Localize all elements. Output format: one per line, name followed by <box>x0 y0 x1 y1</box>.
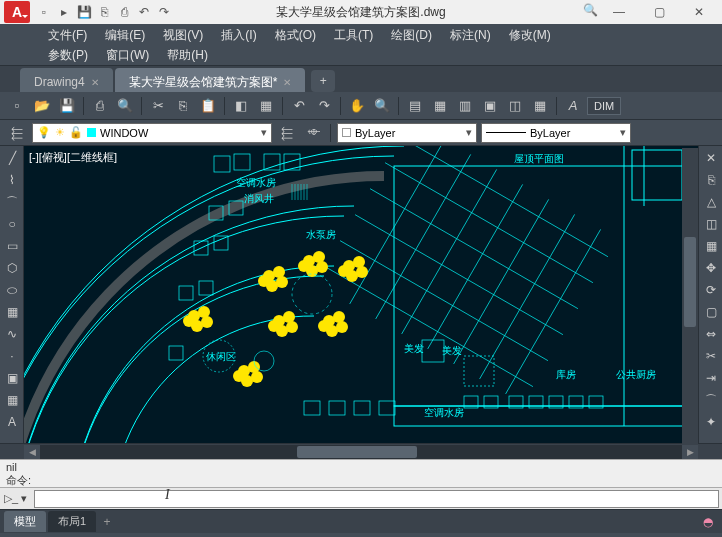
copy-obj-icon[interactable]: ⎘ <box>701 170 721 190</box>
copy-icon[interactable]: ⎘ <box>172 95 194 117</box>
array-icon[interactable]: ▦ <box>701 236 721 256</box>
designcenter-icon[interactable]: ▦ <box>429 95 451 117</box>
dim-style-box[interactable]: DIM <box>587 97 621 115</box>
horizontal-scrollbar[interactable] <box>40 445 682 459</box>
layer-props-icon[interactable]: ⬱ <box>6 122 28 144</box>
mirror-icon[interactable]: △ <box>701 192 721 212</box>
svg-point-51 <box>298 260 310 272</box>
menu-insert[interactable]: 插入(I) <box>213 25 264 46</box>
spline-icon[interactable]: ∿ <box>2 324 22 344</box>
line-icon[interactable]: ╱ <box>2 148 22 168</box>
tab-close-icon[interactable]: ✕ <box>283 77 291 88</box>
cut-icon[interactable]: ✂ <box>147 95 169 117</box>
point-icon[interactable]: · <box>2 346 22 366</box>
trim-icon[interactable]: ✂ <box>701 346 721 366</box>
ellipse-icon[interactable]: ⬭ <box>2 280 22 300</box>
scale-icon[interactable]: ▢ <box>701 302 721 322</box>
extend-icon[interactable]: ⇥ <box>701 368 721 388</box>
label-kitchen: 公共厨房 <box>616 369 656 380</box>
stretch-icon[interactable]: ⇔ <box>701 324 721 344</box>
arc-icon[interactable]: ⌒ <box>2 192 22 212</box>
drawing-canvas[interactable]: [-][俯视][二维线框] <box>24 146 698 443</box>
qat-new-icon[interactable]: ▫ <box>36 4 52 20</box>
zoom-icon[interactable]: 🔍 <box>371 95 393 117</box>
rect-icon[interactable]: ▭ <box>2 236 22 256</box>
layer-dropdown[interactable]: 💡 ☀ 🔓 WINDOW ▾ <box>32 123 272 143</box>
calc-icon[interactable]: ▦ <box>529 95 551 117</box>
menu-param[interactable]: 参数(P) <box>40 45 96 66</box>
layout1-tab[interactable]: 布局1 <box>48 511 96 532</box>
menu-format[interactable]: 格式(O) <box>267 25 324 46</box>
pan-icon[interactable]: ✋ <box>346 95 368 117</box>
qat-redo-icon[interactable]: ↷ <box>156 4 172 20</box>
qat-open-icon[interactable]: ▸ <box>56 4 72 20</box>
hatch-icon[interactable]: ▦ <box>2 302 22 322</box>
scroll-left-icon[interactable]: ◀ <box>24 445 40 459</box>
scroll-thumb[interactable] <box>684 237 696 327</box>
qat-save-icon[interactable]: 💾 <box>76 4 92 20</box>
undo-icon[interactable]: ↶ <box>288 95 310 117</box>
table-icon[interactable]: ▦ <box>2 390 22 410</box>
label-shuipin: 水泵房 <box>306 229 336 240</box>
qat-plot-icon[interactable]: ⎙ <box>116 4 132 20</box>
lineweight-dropdown[interactable]: ByLayer <box>481 123 631 143</box>
paste-icon[interactable]: 📋 <box>197 95 219 117</box>
color-dropdown[interactable]: ByLayer <box>337 123 477 143</box>
text-icon[interactable]: A <box>562 95 584 117</box>
command-prompt-icon[interactable]: ▷_ ▾ <box>0 492 31 505</box>
markup-icon[interactable]: ◫ <box>504 95 526 117</box>
mtext-icon[interactable]: A <box>2 412 22 432</box>
sheet-icon[interactable]: ▣ <box>479 95 501 117</box>
close-button[interactable]: ✕ <box>680 2 718 22</box>
block-icon[interactable]: ▦ <box>255 95 277 117</box>
offset-icon[interactable]: ◫ <box>701 214 721 234</box>
scroll-right-icon[interactable]: ▶ <box>682 445 698 459</box>
menu-draw[interactable]: 绘图(D) <box>383 25 440 46</box>
new-tab-button[interactable]: + <box>311 70 335 92</box>
matchprop-icon[interactable]: ◧ <box>230 95 252 117</box>
fillet-icon[interactable]: ⌒ <box>701 390 721 410</box>
vertical-scrollbar[interactable] <box>682 148 698 445</box>
scroll-thumb[interactable] <box>297 446 417 458</box>
viewport-label[interactable]: [-][俯视][二维线框] <box>27 149 119 166</box>
command-input[interactable] <box>35 491 718 507</box>
minimize-button[interactable]: — <box>600 2 638 22</box>
preview-icon[interactable]: 🔍 <box>114 95 136 117</box>
layer-prev-icon[interactable]: ⬲ <box>302 122 324 144</box>
qat-undo-icon[interactable]: ↶ <box>136 4 152 20</box>
redo-icon[interactable]: ↷ <box>313 95 335 117</box>
open-icon[interactable]: 📂 <box>31 95 53 117</box>
move-icon[interactable]: ✥ <box>701 258 721 278</box>
menu-modify[interactable]: 修改(M) <box>501 25 559 46</box>
toolpalette-icon[interactable]: ▥ <box>454 95 476 117</box>
menu-dimension[interactable]: 标注(N) <box>442 25 499 46</box>
circle-icon[interactable]: ○ <box>2 214 22 234</box>
rotate-icon[interactable]: ⟳ <box>701 280 721 300</box>
plot-icon[interactable]: ⎙ <box>89 95 111 117</box>
menu-window[interactable]: 窗口(W) <box>98 45 157 66</box>
polyline-icon[interactable]: ⌇ <box>2 170 22 190</box>
status-person-icon[interactable]: ◓ <box>698 512 718 532</box>
doc-tab-current[interactable]: 某大学星级会馆建筑方案图* ✕ <box>115 68 306 92</box>
block-icon[interactable]: ▣ <box>2 368 22 388</box>
new-icon[interactable]: ▫ <box>6 95 28 117</box>
menu-tools[interactable]: 工具(T) <box>326 25 381 46</box>
polygon-icon[interactable]: ⬡ <box>2 258 22 278</box>
menu-file[interactable]: 文件(F) <box>40 25 95 46</box>
qat-saveas-icon[interactable]: ⎘ <box>96 4 112 20</box>
menu-view[interactable]: 视图(V) <box>155 25 211 46</box>
layer-states-icon[interactable]: ⬱ <box>276 122 298 144</box>
explode-icon[interactable]: ✦ <box>701 412 721 432</box>
search-icon[interactable]: 🔍 <box>582 2 598 18</box>
doc-tab-drawing4[interactable]: Drawing4 ✕ <box>20 68 113 92</box>
erase-icon[interactable]: ✕ <box>701 148 721 168</box>
tab-close-icon[interactable]: ✕ <box>91 77 99 88</box>
model-tab[interactable]: 模型 <box>4 511 46 532</box>
maximize-button[interactable]: ▢ <box>640 2 678 22</box>
app-logo[interactable]: A <box>4 1 30 23</box>
save-icon[interactable]: 💾 <box>56 95 78 117</box>
properties-icon[interactable]: ▤ <box>404 95 426 117</box>
menu-edit[interactable]: 编辑(E) <box>97 25 153 46</box>
add-layout-button[interactable]: + <box>98 513 116 531</box>
menu-help[interactable]: 帮助(H) <box>159 45 216 66</box>
